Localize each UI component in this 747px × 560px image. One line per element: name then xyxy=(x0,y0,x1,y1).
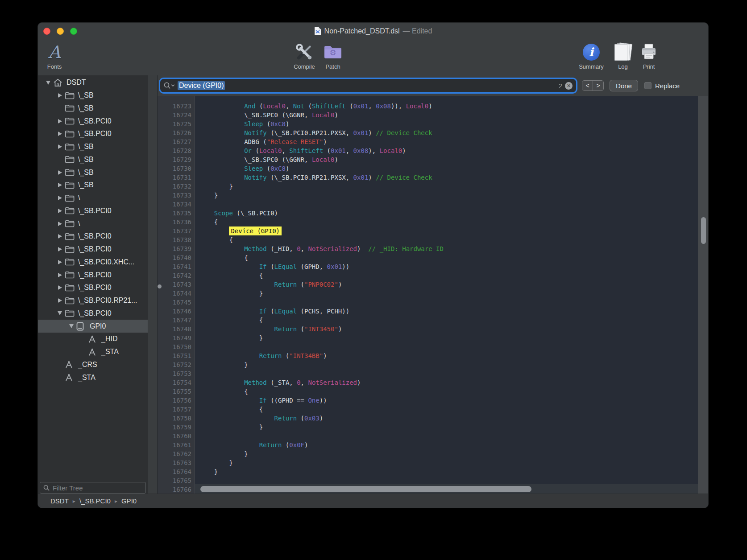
sidebar-item-[interactable]: \ xyxy=(38,217,148,230)
disclosure-open-icon[interactable] xyxy=(43,76,53,89)
disclosure-closed-icon[interactable] xyxy=(55,281,65,294)
disclosure-open-icon[interactable] xyxy=(55,307,65,320)
titlebar[interactable]: Non-Patched_DSDT.dsl — Edited xyxy=(38,23,708,40)
sidebar-item-gpi0[interactable]: GPI0 xyxy=(38,320,148,333)
code-line[interactable]: 16737 Device (GPI0) xyxy=(158,226,708,235)
done-button[interactable]: Done xyxy=(610,80,638,91)
breadcrumb-item[interactable]: GPI0 xyxy=(121,497,137,505)
sidebar-item-sb[interactable]: \_SB xyxy=(38,153,148,166)
code-line[interactable]: 16757 { xyxy=(158,405,708,414)
code-line[interactable]: 16744 } xyxy=(158,289,708,298)
sidebar-item-sbpci0[interactable]: \_SB.PCI0 xyxy=(38,268,148,281)
vertical-scrollbar-thumb[interactable] xyxy=(701,217,706,244)
summary-button[interactable]: i Summary xyxy=(572,41,611,70)
disclosure-closed-icon[interactable] xyxy=(55,243,65,256)
sidebar-item-sbpci0[interactable]: \_SB.PCI0 xyxy=(38,128,148,140)
vertical-scrollbar-track[interactable] xyxy=(698,96,708,494)
code-line[interactable]: 16750 xyxy=(158,342,708,351)
disclosure-closed-icon[interactable] xyxy=(55,115,65,128)
code-line[interactable]: 16723 And (Local0, Not (ShiftLeft (0x01,… xyxy=(158,102,708,111)
sidebar-item-sbpci0rp21[interactable]: \_SB.PCI0.RP21... xyxy=(38,294,148,307)
disclosure-closed-icon[interactable] xyxy=(55,230,65,243)
sidebar-item-dsdt[interactable]: DSDT xyxy=(38,76,148,89)
code-line[interactable]: 16751 Return ("INT34BB") xyxy=(158,351,708,360)
code-line[interactable]: 16734 xyxy=(158,200,708,209)
code-line[interactable]: 16729 \_SB.SPC0 (\GGNR, Local0) xyxy=(158,155,708,164)
filter-tree-input[interactable]: Filter Tree xyxy=(40,482,146,494)
code-line[interactable]: 16739 Method (_HID, 0, NotSerialized) //… xyxy=(158,244,708,253)
search-input[interactable]: Device (GPI0) 2 ✕ xyxy=(160,79,576,92)
disclosure-closed-icon[interactable] xyxy=(55,268,65,281)
close-button[interactable] xyxy=(43,28,50,35)
code-line[interactable]: 16724 \_SB.SPC0 (\GGNR, Local0) xyxy=(158,111,708,119)
code-line[interactable]: 16736 { xyxy=(158,218,708,226)
disclosure-closed-icon[interactable] xyxy=(55,217,65,230)
code-line[interactable]: 16725 Sleep (0xC8) xyxy=(158,119,708,128)
code-line[interactable]: 16730 Sleep (0xC8) xyxy=(158,164,708,173)
code-line[interactable]: 16732 } xyxy=(158,182,708,191)
code-line[interactable]: 16748 Return ("INT3450") xyxy=(158,325,708,334)
minimize-button[interactable] xyxy=(57,28,64,35)
find-previous-button[interactable]: < xyxy=(582,81,593,91)
sidebar-item-sbpci0[interactable]: \_SB.PCI0 xyxy=(38,230,148,243)
disclosure-closed-icon[interactable] xyxy=(55,89,65,102)
disclosure-closed-icon[interactable] xyxy=(55,256,65,269)
code-line[interactable]: 16733 } xyxy=(158,191,708,200)
sidebar-item-sb[interactable]: \_SB xyxy=(38,102,148,115)
code-line[interactable]: 16756 If ((GPHD == One)) xyxy=(158,396,708,405)
code-line[interactable]: 16749 } xyxy=(158,334,708,342)
code-line[interactable]: 16758 Return (0x03) xyxy=(158,414,708,423)
disclosure-closed-icon[interactable] xyxy=(55,192,65,205)
code-line[interactable]: 16752 } xyxy=(158,360,708,369)
sidebar-item-hid[interactable]: _HID xyxy=(38,333,148,346)
code-line[interactable]: 16738 { xyxy=(158,235,708,244)
print-button[interactable]: Print xyxy=(636,41,662,70)
sidebar-item-sb[interactable]: \_SB xyxy=(38,166,148,179)
sidebar-item-sbpci0xhc[interactable]: \_SB.PCI0.XHC... xyxy=(38,256,148,269)
sidebar-item-sbpci0[interactable]: \_SB.PCI0 xyxy=(38,205,148,218)
code-line[interactable]: 16735 Scope (\_SB.PCI0) xyxy=(158,209,708,218)
code-line[interactable]: 16762 } xyxy=(158,449,708,458)
code-editor[interactable]: 16723 And (Local0, Not (ShiftLeft (0x01,… xyxy=(158,96,708,494)
disclosure-closed-icon[interactable] xyxy=(55,179,65,192)
sidebar-item-sb[interactable]: \_SB xyxy=(38,179,148,192)
sidebar-item-crs[interactable]: _CRS xyxy=(38,358,148,371)
code-line[interactable]: 16759 } xyxy=(158,423,708,432)
zoom-button[interactable] xyxy=(70,28,77,35)
fonts-button[interactable]: A Fonts xyxy=(40,41,69,70)
compile-button[interactable]: Compile xyxy=(286,41,323,70)
replace-checkbox[interactable] xyxy=(644,82,652,89)
code-line[interactable]: 16743 Return ("PNP0C02") xyxy=(158,280,708,289)
disclosure-closed-icon[interactable] xyxy=(55,205,65,218)
pane-splitter[interactable] xyxy=(148,75,158,494)
code-line[interactable]: 16761 Return (0x0F) xyxy=(158,441,708,449)
code-line[interactable]: 16765 xyxy=(158,476,708,485)
sidebar-item-[interactable]: \ xyxy=(38,192,148,205)
code-line[interactable]: 16745 xyxy=(158,298,708,307)
disclosure-closed-icon[interactable] xyxy=(55,294,65,307)
horizontal-scrollbar-thumb[interactable] xyxy=(200,486,531,492)
clear-search-icon[interactable]: ✕ xyxy=(565,82,573,90)
sidebar-item-sta[interactable]: _STA xyxy=(38,346,148,358)
code-line[interactable]: 16764 } xyxy=(158,467,708,476)
breadcrumb-item[interactable]: \_SB.PCI0 xyxy=(79,497,111,505)
sidebar-item-sbpci0[interactable]: \_SB.PCI0 xyxy=(38,115,148,128)
disclosure-closed-icon[interactable] xyxy=(55,166,65,179)
code-line[interactable]: 16727 ADBG ("Release RESET") xyxy=(158,137,708,146)
code-line[interactable]: 16755 { xyxy=(158,387,708,396)
code-line[interactable]: 16741 If (LEqual (GPHD, 0x01)) xyxy=(158,262,708,271)
sidebar-item-sbpci0[interactable]: \_SB.PCI0 xyxy=(38,307,148,320)
disclosure-closed-icon[interactable] xyxy=(55,140,65,153)
disclosure-open-icon[interactable] xyxy=(66,320,76,333)
sidebar-item-sbpci0[interactable]: \_SB.PCI0 xyxy=(38,243,148,256)
code-line[interactable]: 16746 If (LEqual (PCHS, PCHH)) xyxy=(158,307,708,316)
code-line[interactable]: 16760 xyxy=(158,432,708,441)
patch-button[interactable]: ⚙ Patch xyxy=(318,41,348,70)
sidebar-item-sb[interactable]: \_SB xyxy=(38,89,148,102)
code-line[interactable]: 16747 { xyxy=(158,316,708,325)
disclosure-closed-icon[interactable] xyxy=(55,128,65,140)
find-next-button[interactable]: > xyxy=(593,81,603,91)
code-line[interactable]: 16754 Method (_STA, 0, NotSerialized) xyxy=(158,378,708,387)
code-line[interactable]: 16728 Or (Local0, ShiftLeft (0x01, 0x08)… xyxy=(158,146,708,155)
code-line[interactable]: 16726 Notify (\_SB.PCI0.RP21.PXSX, 0x01)… xyxy=(158,128,708,137)
